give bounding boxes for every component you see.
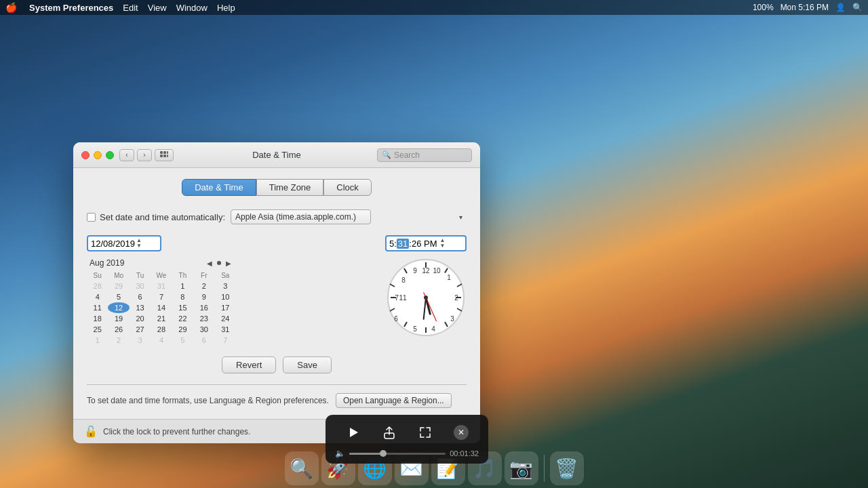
revert-button[interactable]: Revert	[222, 357, 276, 373]
calendar-day[interactable]: 7	[151, 291, 172, 302]
dock-item-photos[interactable]: 📷	[505, 451, 538, 485]
calendar-day[interactable]: 19	[108, 313, 129, 324]
calendar-day[interactable]: 3	[215, 281, 236, 291]
calendar-day[interactable]: 29	[108, 281, 129, 291]
tab-clock[interactable]: Clock	[323, 179, 372, 196]
server-dropdown-wrapper: Apple Asia (time.asia.apple.com.) ▾	[231, 209, 467, 224]
close-button[interactable]	[81, 151, 90, 159]
tab-time-zone[interactable]: Time Zone	[256, 179, 324, 196]
menu-edit[interactable]: Edit	[123, 3, 138, 13]
date-stepper[interactable]: ▲ ▼	[136, 238, 142, 249]
date-decrement[interactable]: ▼	[136, 243, 142, 249]
open-language-region-button[interactable]: Open Language & Region...	[336, 393, 452, 408]
calendar-row: 18192021222324	[87, 313, 236, 324]
calendar-day[interactable]: 12	[108, 302, 129, 313]
preferences-window: ‹ › Date & Time 🔍 Search	[73, 142, 480, 443]
calendar-day[interactable]: 4	[87, 291, 108, 302]
calendar-day[interactable]: 14	[151, 302, 172, 313]
calendar-day[interactable]: 20	[130, 313, 151, 324]
calendar-prev[interactable]: ◀	[205, 259, 214, 268]
date-input[interactable]: 12/08/2019 ▲ ▼	[87, 235, 161, 251]
calendar-day[interactable]: 1	[87, 335, 108, 346]
search-menubar-icon[interactable]: 🔍	[852, 3, 863, 12]
calendar-today-dot[interactable]	[217, 261, 221, 265]
calendar-day[interactable]: 13	[130, 302, 151, 313]
calendar-day[interactable]: 30	[130, 281, 151, 291]
menu-view[interactable]: View	[148, 3, 167, 13]
calendar-day[interactable]: 7	[215, 335, 236, 346]
time-prefix: 5:	[389, 239, 397, 249]
calendar-day[interactable]: 2	[108, 335, 129, 346]
calendar-day[interactable]: 30	[193, 324, 214, 335]
search-box[interactable]: 🔍 Search	[377, 148, 472, 162]
save-button[interactable]: Save	[283, 357, 332, 373]
back-button[interactable]: ‹	[119, 149, 134, 161]
calendar-day[interactable]: 16	[193, 302, 214, 313]
time-stepper[interactable]: ▲ ▼	[440, 238, 446, 249]
maximize-button[interactable]	[106, 151, 114, 159]
calendar-day[interactable]: 31	[151, 281, 172, 291]
time-input[interactable]: 5:31:26 PM ▲ ▼	[385, 235, 467, 251]
calendar-day[interactable]: 17	[215, 302, 236, 313]
window-title: Date & Time	[252, 150, 301, 160]
menu-window[interactable]: Window	[176, 3, 208, 13]
grid-view-button[interactable]	[155, 149, 174, 161]
calendar-day[interactable]: 5	[108, 291, 129, 302]
dock-item-finder[interactable]: 🔍	[285, 451, 319, 485]
calendar-day[interactable]: 26	[108, 324, 129, 335]
calendar-day[interactable]: 11	[87, 302, 108, 313]
main-area: 12/08/2019 ▲ ▼ Aug 2019 ◀	[87, 235, 467, 346]
apple-logo-icon[interactable]: 🍎	[5, 2, 17, 13]
calendar-day[interactable]: 6	[130, 291, 151, 302]
calendar-day[interactable]: 22	[172, 313, 193, 324]
desktop: 🍎 System Preferences Edit View Window He…	[0, 0, 868, 488]
clock-svg: 12 1 2 3 4 5 6 7 8 9 10 11	[385, 257, 467, 338]
forward-button[interactable]: ›	[137, 149, 152, 161]
calendar-day[interactable]: 9	[193, 291, 214, 302]
calendar-day[interactable]: 24	[215, 313, 236, 324]
dock-item-trash[interactable]: 🗑️	[550, 451, 584, 485]
close-media-button[interactable]: ✕	[450, 422, 472, 443]
calendar-day[interactable]: 3	[130, 335, 151, 346]
share-button[interactable]	[378, 422, 400, 443]
calendar-day[interactable]: 5	[172, 335, 193, 346]
menu-help[interactable]: Help	[217, 3, 235, 13]
tab-date-time[interactable]: Date & Time	[182, 179, 256, 196]
time-decrement[interactable]: ▼	[440, 243, 446, 249]
calendar-day[interactable]: 21	[151, 313, 172, 324]
svg-rect-1	[163, 151, 166, 154]
auto-time-checkbox[interactable]	[87, 213, 96, 222]
minimize-button[interactable]	[94, 151, 102, 159]
server-dropdown[interactable]: Apple Asia (time.asia.apple.com.)	[231, 209, 371, 224]
calendar-day[interactable]: 29	[172, 324, 193, 335]
media-progress-row: 🔈 00:01:32	[335, 449, 479, 458]
progress-thumb[interactable]	[380, 450, 387, 457]
calendar-day[interactable]: 27	[130, 324, 151, 335]
calendar-day[interactable]: 25	[87, 324, 108, 335]
svg-text:3: 3	[450, 315, 454, 323]
user-icon[interactable]: 👤	[835, 3, 846, 12]
calendar-day[interactable]: 31	[215, 324, 236, 335]
calendar-day[interactable]: 6	[193, 335, 214, 346]
calendar-day[interactable]: 15	[172, 302, 193, 313]
calendar-day[interactable]: 28	[151, 324, 172, 335]
calendar-next[interactable]: ▶	[224, 259, 233, 268]
calendar-day[interactable]: 1	[172, 281, 193, 291]
calendar-day[interactable]: 2	[193, 281, 214, 291]
calendar-day[interactable]: 4	[151, 335, 172, 346]
play-button[interactable]	[342, 422, 364, 443]
calendar-day[interactable]: 8	[172, 291, 193, 302]
calendar-day[interactable]: 28	[87, 281, 108, 291]
calendar-day[interactable]: 23	[193, 313, 214, 324]
calendar-day[interactable]: 10	[215, 291, 236, 302]
volume-icon[interactable]: 🔈	[335, 449, 345, 458]
svg-text:4: 4	[431, 325, 435, 333]
progress-bar[interactable]	[349, 453, 446, 455]
analog-clock: 12 1 2 3 4 5 6 7 8 9 10 11	[385, 257, 467, 338]
svg-rect-5	[167, 155, 168, 157]
svg-rect-4	[163, 155, 166, 157]
lock-icon[interactable]: 🔓	[84, 425, 98, 438]
calendar-day[interactable]: 18	[87, 313, 108, 324]
app-name[interactable]: System Preferences	[29, 3, 113, 13]
fullscreen-button[interactable]	[414, 422, 436, 443]
